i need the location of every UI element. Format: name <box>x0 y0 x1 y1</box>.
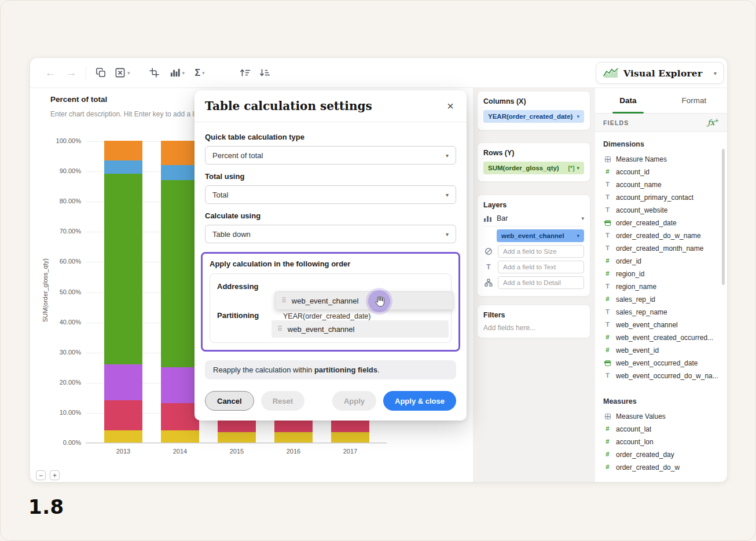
zoom-out-button[interactable]: − <box>36 470 46 480</box>
chevron-down-icon[interactable]: ▾ <box>577 165 579 171</box>
field-item[interactable]: #account_id <box>603 166 721 178</box>
dragged-field-label: web_event_channel <box>292 297 359 305</box>
field-label: order_created_do_w <box>616 463 680 471</box>
back-button[interactable]: ← <box>43 64 58 82</box>
field-item[interactable]: #sales_rep_id <box>603 293 721 306</box>
segment-orange[interactable] <box>104 141 142 160</box>
partitioning-item[interactable]: YEAR(order_created_date) <box>283 312 370 320</box>
segment-yellow[interactable] <box>161 430 199 443</box>
segment-yellow[interactable] <box>331 432 369 443</box>
size-dropzone[interactable]: Add a field to Size <box>498 245 584 258</box>
add-calculated-field-button[interactable]: ƒx+ <box>707 118 719 127</box>
bar-2013[interactable] <box>104 141 142 443</box>
segment-yellow[interactable] <box>218 432 256 443</box>
y-tick-label: 0.00% <box>30 439 81 446</box>
detail-dropzone[interactable]: Add a field to Detail <box>498 276 584 289</box>
field-item[interactable]: #region_id <box>603 268 721 280</box>
drag-handle-icon[interactable]: ⠿ <box>277 326 282 332</box>
scrollbar-thumb[interactable] <box>722 149 725 285</box>
mark-type-select[interactable]: Bar ▾ <box>483 210 584 226</box>
calc-type-select[interactable]: Percent of total ▾ <box>205 146 456 165</box>
field-item[interactable]: Tweb_event_channel <box>603 319 721 331</box>
apply-button[interactable]: Apply <box>332 391 376 411</box>
duplicate-chart-button[interactable] <box>93 64 108 82</box>
drag-handle-icon[interactable]: ⠿ <box>281 297 287 304</box>
chevron-down-icon[interactable]: ▾ <box>577 233 579 239</box>
tab-data[interactable]: Data <box>595 88 661 113</box>
segment-yellow[interactable] <box>104 430 142 443</box>
workbook-selector[interactable]: Visual Explorer ▾ <box>596 62 724 84</box>
segment-green[interactable] <box>104 174 142 364</box>
chevron-down-icon: ▾ <box>202 70 205 76</box>
columns-field-pill[interactable]: YEAR(order_created_date) ▾ <box>483 110 584 123</box>
chevron-down-icon: ▾ <box>446 152 449 159</box>
reset-button[interactable]: Reset <box>261 391 304 411</box>
segment-purple[interactable] <box>161 367 199 404</box>
field-item[interactable]: web_event_occurred_date <box>603 357 721 370</box>
field-item[interactable]: #account_lon <box>603 436 721 448</box>
text-field-icon: T <box>603 309 612 316</box>
rows-field-pill[interactable]: SUM(order_gloss_qty) [*] ▾ <box>483 162 584 174</box>
sort-ascending-icon <box>239 68 251 78</box>
chart-title: Percent of total <box>50 95 107 104</box>
apply-close-button[interactable]: Apply & close <box>383 391 456 411</box>
field-item[interactable]: Taccount_website <box>603 204 721 217</box>
zoom-in-button[interactable]: + <box>50 470 60 480</box>
field-item[interactable]: #order_id <box>603 255 721 268</box>
histogram-button[interactable]: ▾ <box>168 64 187 82</box>
field-item[interactable]: order_created_date <box>603 217 721 229</box>
segment-yellow[interactable] <box>274 432 313 443</box>
field-item[interactable]: Measure Values <box>603 410 721 423</box>
layers-shelf-label: Layers <box>483 201 584 209</box>
segment-purple[interactable] <box>104 364 142 401</box>
field-item[interactable]: #order_created_day <box>603 448 721 461</box>
segment-blue[interactable] <box>104 160 142 174</box>
dragged-field-item[interactable]: ⠿ web_event_channel <box>275 291 453 310</box>
y-tick-label: 40.00% <box>30 319 81 326</box>
color-field-pill[interactable]: web_event_channel ▾ <box>497 229 584 242</box>
forward-button[interactable]: → <box>64 64 79 82</box>
remove-chart-button[interactable]: ▾ <box>113 64 132 82</box>
field-item[interactable]: Tregion_name <box>603 280 721 293</box>
segment-red[interactable] <box>104 400 142 430</box>
field-item[interactable]: Torder_created_month_name <box>603 242 721 255</box>
total-using-select[interactable]: Total ▾ <box>205 185 456 204</box>
text-field-icon: T <box>603 283 612 290</box>
chevron-down-icon[interactable]: ▾ <box>577 114 579 119</box>
chart-description[interactable]: Enter chart description. Hit Enter key t… <box>50 110 196 118</box>
color-icon <box>483 231 493 240</box>
order-list-container: Addressing Partitioning YEAR(order_creat… <box>210 273 452 343</box>
calculate-using-select[interactable]: Table down ▾ <box>205 225 456 243</box>
field-item[interactable]: Torder_created_do_w_name <box>603 229 721 242</box>
sort-ascending-button[interactable] <box>237 64 252 82</box>
text-field-icon: T <box>603 321 612 328</box>
field-label: web_event_occurred_date <box>616 359 698 367</box>
segment-red[interactable] <box>161 403 199 430</box>
field-item[interactable]: Tweb_event_occurred_do_w_na... <box>603 370 721 382</box>
bar-chart-icon <box>483 214 492 222</box>
segment-blue[interactable] <box>161 165 199 180</box>
partitioning-item[interactable]: ⠿ web_event_channel <box>271 320 449 338</box>
field-item[interactable]: #account_lat <box>603 423 721 436</box>
cancel-button[interactable]: Cancel <box>205 391 254 411</box>
field-label: sales_rep_id <box>616 295 655 304</box>
field-item[interactable]: #order_created_do_w <box>603 461 721 474</box>
field-item[interactable]: Measure Names <box>603 153 721 166</box>
field-item[interactable]: #web_event_id <box>603 344 721 357</box>
field-item[interactable]: Taccount_name <box>603 178 721 191</box>
close-icon[interactable]: × <box>445 99 456 113</box>
x-tick-label: 2013 <box>106 448 141 455</box>
bar-2014[interactable] <box>161 141 199 443</box>
text-dropzone[interactable]: Add a field to Text <box>498 261 584 273</box>
segment-green[interactable] <box>161 180 199 367</box>
field-item[interactable]: Taccount_primary_contact <box>603 191 721 204</box>
crop-axes-button[interactable] <box>147 64 162 82</box>
aggregate-button[interactable]: Σ ▾ <box>192 64 207 82</box>
field-item[interactable]: #web_event_created_occurred... <box>603 331 721 344</box>
sort-descending-button[interactable] <box>257 64 272 82</box>
field-item[interactable]: Tsales_rep_name <box>603 306 721 319</box>
filters-dropzone[interactable]: Add fields here... <box>483 324 584 332</box>
tab-format[interactable]: Format <box>661 88 727 113</box>
field-label: order_created_month_name <box>616 244 703 253</box>
segment-orange[interactable] <box>161 141 199 165</box>
